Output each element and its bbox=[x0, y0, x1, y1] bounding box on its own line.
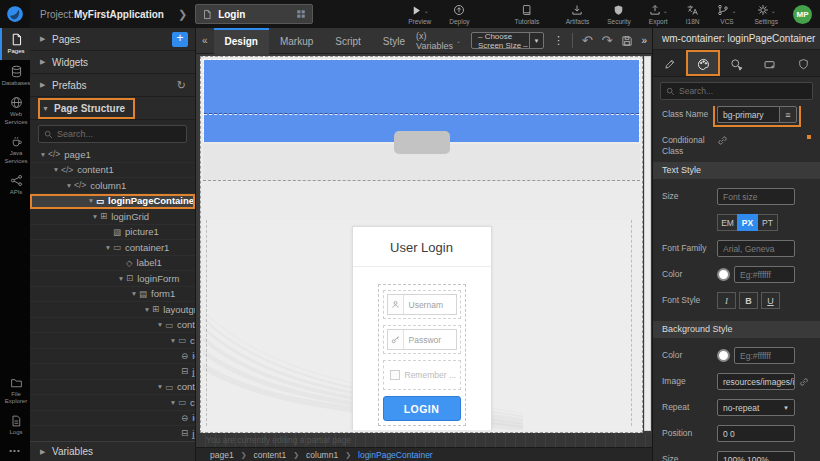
structure-search-input[interactable]: Search... bbox=[38, 125, 187, 143]
rail-item-logs[interactable]: Logs bbox=[0, 410, 30, 441]
app-logo[interactable] bbox=[0, 0, 30, 28]
remember-row[interactable]: Remember ... bbox=[383, 360, 461, 390]
section-page-structure[interactable]: ▼ Page Structure bbox=[30, 97, 195, 120]
remember-checkbox[interactable] bbox=[390, 370, 400, 380]
rail-item-apis[interactable]: APIs bbox=[0, 169, 30, 201]
tree-node-picture1[interactable]: ▨picture1 bbox=[30, 225, 195, 241]
export-button[interactable]: ⌄ Export bbox=[649, 4, 668, 25]
breadcrumb-loginPageContainer[interactable]: loginPageContainer bbox=[358, 450, 433, 460]
collapse-left-panel-icon[interactable]: « bbox=[202, 35, 208, 46]
section-variables[interactable]: ▶ Variables bbox=[30, 441, 195, 461]
save-icon[interactable] bbox=[621, 35, 633, 47]
page-tab-login[interactable]: Login bbox=[195, 4, 313, 24]
text-color-swatch[interactable] bbox=[717, 268, 730, 281]
bind-link-icon[interactable] bbox=[799, 377, 809, 387]
bg-position-input[interactable]: 0 0 bbox=[717, 425, 795, 442]
tree-node-container1[interactable]: ▼▭container1 bbox=[30, 240, 195, 256]
rail-item-web-services[interactable]: Web Services bbox=[0, 91, 30, 130]
tree-node-container[interactable]: ▼▭con bbox=[30, 333, 195, 349]
collapse-right-panel-icon[interactable]: » bbox=[641, 35, 647, 46]
i18n-button[interactable]: I18N bbox=[686, 4, 700, 25]
deploy-button[interactable]: Deploy bbox=[449, 4, 469, 25]
tab-style[interactable]: Style bbox=[372, 28, 416, 54]
tab-design[interactable]: Design bbox=[214, 28, 269, 54]
tree-node-label1[interactable]: ◇label1 bbox=[30, 256, 195, 272]
page-preview[interactable]: User Login Usern bbox=[200, 56, 643, 433]
add-page-button[interactable]: + bbox=[172, 32, 188, 47]
tree-node-page1[interactable]: ▼</>page1 bbox=[30, 147, 195, 163]
tree-node-container[interactable]: ▼▭contain bbox=[30, 380, 195, 396]
rail-item-databases[interactable]: Databases bbox=[0, 60, 30, 92]
tab-properties[interactable] bbox=[653, 50, 686, 76]
tree-node-column1[interactable]: ▼</>column1 bbox=[30, 178, 195, 194]
tab-security[interactable] bbox=[787, 50, 820, 76]
underline-button[interactable]: U bbox=[761, 292, 780, 309]
tree-node-loginPageContainer[interactable]: ▼▭loginPageContainer bbox=[30, 194, 195, 210]
password-input[interactable]: Passwor bbox=[387, 329, 457, 350]
login-page-container[interactable]: User Login Usern bbox=[203, 220, 640, 430]
user-avatar[interactable]: MP bbox=[793, 5, 812, 24]
breadcrumb-column1[interactable]: column1 bbox=[306, 450, 338, 460]
tree-node-layoutgrid2[interactable]: ▼⊞layoutgrid2 bbox=[30, 302, 195, 318]
section-prefabs[interactable]: ▶ Prefabs ↻ bbox=[30, 74, 195, 97]
login-card[interactable]: User Login Usern bbox=[352, 226, 492, 430]
bg-repeat-select[interactable]: no-repeat ▼ bbox=[717, 399, 795, 416]
login-button[interactable]: LOGIN bbox=[383, 396, 461, 421]
tree-node-content1[interactable]: ▼</>content1 bbox=[30, 163, 195, 179]
rail-item-file-explorer[interactable]: File Explorer bbox=[0, 372, 30, 410]
canvas-scrollbar[interactable] bbox=[644, 56, 651, 431]
breadcrumb-content1[interactable]: content1 bbox=[254, 450, 287, 460]
unit-pt-button[interactable]: PT bbox=[757, 214, 778, 231]
variables-dropdown[interactable]: (x) Variables ⌄ bbox=[416, 31, 461, 51]
screen-size-select[interactable]: – Choose Screen Size – ▼ bbox=[471, 32, 544, 49]
tree-node-container[interactable]: ▼▭contain bbox=[30, 318, 195, 334]
login-page-header-block[interactable] bbox=[203, 59, 640, 142]
tree-node-loginForm[interactable]: ▼⊡loginForm bbox=[30, 271, 195, 287]
tab-device[interactable] bbox=[753, 50, 786, 76]
tree-node-icon[interactable]: ⊖ico bbox=[30, 349, 195, 365]
tutorials-button[interactable]: Tutorials bbox=[515, 4, 540, 25]
font-size-input[interactable]: Font size bbox=[717, 188, 795, 205]
tree-node-form1[interactable]: ▼▤form1 bbox=[30, 287, 195, 303]
header-placeholder-pill[interactable] bbox=[394, 131, 450, 154]
bg-size-input[interactable]: 100% 100% bbox=[717, 451, 795, 461]
breadcrumb-page1[interactable]: page1 bbox=[210, 450, 234, 460]
bg-color-input[interactable]: Eg:#ffffff bbox=[734, 347, 795, 364]
username-input[interactable]: Usernam bbox=[387, 294, 457, 315]
tree-node-icon[interactable]: ⊖ico bbox=[30, 411, 195, 427]
grid-icon[interactable] bbox=[296, 9, 306, 19]
tab-styles[interactable] bbox=[686, 50, 719, 76]
tree-node-container[interactable]: ▼▭con bbox=[30, 395, 195, 411]
text-color-input[interactable]: Eg:#ffffff bbox=[734, 266, 795, 283]
settings-button[interactable]: ⌄ Settings bbox=[755, 4, 779, 25]
section-pages[interactable]: ▶ Pages + bbox=[30, 28, 195, 51]
bg-image-input[interactable]: resources/images/im bbox=[717, 373, 795, 390]
password-row[interactable]: Passwor bbox=[383, 325, 461, 354]
preview-button[interactable]: ⌄ Preview bbox=[408, 4, 431, 25]
unit-px-button[interactable]: PX bbox=[737, 214, 758, 231]
vcs-button[interactable]: ⌄ VCS bbox=[717, 4, 736, 25]
bg-color-swatch[interactable] bbox=[717, 349, 730, 362]
header-top-section[interactable] bbox=[204, 60, 639, 114]
artifacts-button[interactable]: Artifacts bbox=[566, 4, 589, 25]
class-list-button[interactable]: ≡ bbox=[779, 106, 797, 123]
rail-item-java-services[interactable]: Java Services bbox=[0, 130, 30, 169]
refresh-icon[interactable]: ↻ bbox=[177, 79, 186, 92]
section-widgets[interactable]: ▶ Widgets bbox=[30, 51, 195, 74]
tab-script[interactable]: Script bbox=[324, 28, 372, 54]
username-row[interactable]: Usernam bbox=[383, 290, 461, 319]
bold-button[interactable]: B bbox=[739, 292, 758, 309]
undo-icon[interactable]: ↶ bbox=[582, 34, 593, 47]
class-name-input[interactable]: bg-primary bbox=[717, 106, 779, 123]
font-family-input[interactable]: Arial, Geneva bbox=[717, 240, 795, 257]
tree-node-j_username[interactable]: ⊟j_us bbox=[30, 364, 195, 380]
unit-em-button[interactable]: EM bbox=[717, 214, 738, 231]
properties-search-input[interactable]: Search... bbox=[660, 82, 813, 100]
more-options-icon[interactable]: ⋮ bbox=[553, 34, 564, 47]
security-button[interactable]: Security bbox=[607, 4, 630, 25]
bind-link-icon[interactable] bbox=[717, 135, 728, 146]
tab-inspect[interactable] bbox=[720, 50, 753, 76]
tree-node-j_password[interactable]: ⊟j_pa bbox=[30, 426, 195, 441]
rail-item-pages[interactable]: Pages bbox=[0, 28, 30, 60]
rail-more-button[interactable]: ••• bbox=[0, 440, 30, 461]
